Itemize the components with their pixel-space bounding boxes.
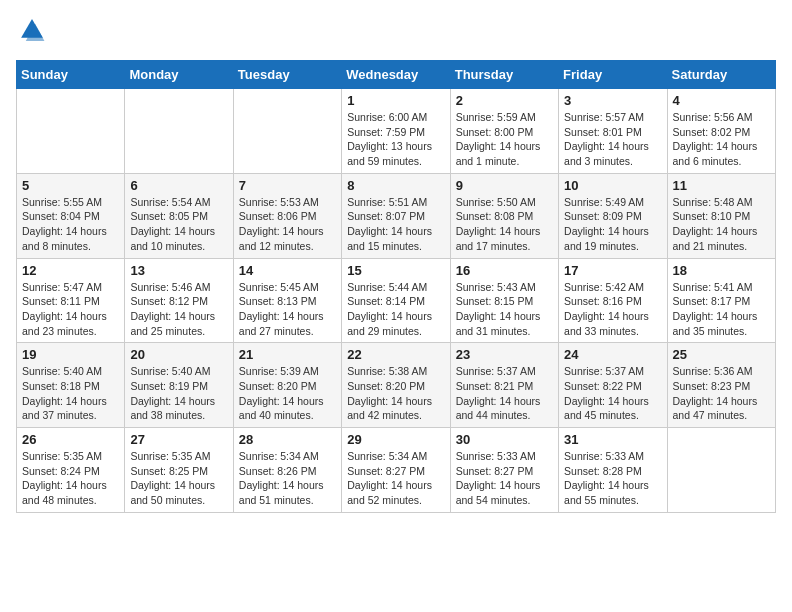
day-info: Sunrise: 5:37 AMSunset: 8:22 PMDaylight:… bbox=[564, 364, 661, 423]
day-number: 26 bbox=[22, 432, 119, 447]
day-number: 9 bbox=[456, 178, 553, 193]
calendar-week-row: 19Sunrise: 5:40 AMSunset: 8:18 PMDayligh… bbox=[17, 343, 776, 428]
day-info: Sunrise: 5:35 AMSunset: 8:25 PMDaylight:… bbox=[130, 449, 227, 508]
day-number: 12 bbox=[22, 263, 119, 278]
calendar-cell: 9Sunrise: 5:50 AMSunset: 8:08 PMDaylight… bbox=[450, 173, 558, 258]
calendar-cell bbox=[233, 89, 341, 174]
calendar-cell: 30Sunrise: 5:33 AMSunset: 8:27 PMDayligh… bbox=[450, 428, 558, 513]
calendar-cell: 20Sunrise: 5:40 AMSunset: 8:19 PMDayligh… bbox=[125, 343, 233, 428]
calendar-cell: 14Sunrise: 5:45 AMSunset: 8:13 PMDayligh… bbox=[233, 258, 341, 343]
day-number: 30 bbox=[456, 432, 553, 447]
day-info: Sunrise: 5:48 AMSunset: 8:10 PMDaylight:… bbox=[673, 195, 770, 254]
day-info: Sunrise: 5:42 AMSunset: 8:16 PMDaylight:… bbox=[564, 280, 661, 339]
calendar-cell: 28Sunrise: 5:34 AMSunset: 8:26 PMDayligh… bbox=[233, 428, 341, 513]
day-info: Sunrise: 5:50 AMSunset: 8:08 PMDaylight:… bbox=[456, 195, 553, 254]
calendar-cell: 25Sunrise: 5:36 AMSunset: 8:23 PMDayligh… bbox=[667, 343, 775, 428]
calendar-week-row: 1Sunrise: 6:00 AMSunset: 7:59 PMDaylight… bbox=[17, 89, 776, 174]
day-info: Sunrise: 5:46 AMSunset: 8:12 PMDaylight:… bbox=[130, 280, 227, 339]
calendar-header-friday: Friday bbox=[559, 61, 667, 89]
day-number: 18 bbox=[673, 263, 770, 278]
day-info: Sunrise: 5:36 AMSunset: 8:23 PMDaylight:… bbox=[673, 364, 770, 423]
calendar-cell: 4Sunrise: 5:56 AMSunset: 8:02 PMDaylight… bbox=[667, 89, 775, 174]
calendar-cell: 8Sunrise: 5:51 AMSunset: 8:07 PMDaylight… bbox=[342, 173, 450, 258]
day-number: 3 bbox=[564, 93, 661, 108]
calendar-table: SundayMondayTuesdayWednesdayThursdayFrid… bbox=[16, 60, 776, 513]
calendar-cell: 10Sunrise: 5:49 AMSunset: 8:09 PMDayligh… bbox=[559, 173, 667, 258]
calendar-cell: 17Sunrise: 5:42 AMSunset: 8:16 PMDayligh… bbox=[559, 258, 667, 343]
day-number: 17 bbox=[564, 263, 661, 278]
calendar-cell: 22Sunrise: 5:38 AMSunset: 8:20 PMDayligh… bbox=[342, 343, 450, 428]
calendar-cell: 19Sunrise: 5:40 AMSunset: 8:18 PMDayligh… bbox=[17, 343, 125, 428]
day-info: Sunrise: 5:37 AMSunset: 8:21 PMDaylight:… bbox=[456, 364, 553, 423]
calendar-cell: 23Sunrise: 5:37 AMSunset: 8:21 PMDayligh… bbox=[450, 343, 558, 428]
calendar-cell: 24Sunrise: 5:37 AMSunset: 8:22 PMDayligh… bbox=[559, 343, 667, 428]
day-number: 20 bbox=[130, 347, 227, 362]
day-info: Sunrise: 5:33 AMSunset: 8:28 PMDaylight:… bbox=[564, 449, 661, 508]
calendar-cell: 2Sunrise: 5:59 AMSunset: 8:00 PMDaylight… bbox=[450, 89, 558, 174]
day-info: Sunrise: 5:45 AMSunset: 8:13 PMDaylight:… bbox=[239, 280, 336, 339]
day-info: Sunrise: 6:00 AMSunset: 7:59 PMDaylight:… bbox=[347, 110, 444, 169]
calendar-cell: 27Sunrise: 5:35 AMSunset: 8:25 PMDayligh… bbox=[125, 428, 233, 513]
day-number: 16 bbox=[456, 263, 553, 278]
day-info: Sunrise: 5:35 AMSunset: 8:24 PMDaylight:… bbox=[22, 449, 119, 508]
day-info: Sunrise: 5:34 AMSunset: 8:27 PMDaylight:… bbox=[347, 449, 444, 508]
day-number: 15 bbox=[347, 263, 444, 278]
day-number: 24 bbox=[564, 347, 661, 362]
day-info: Sunrise: 5:40 AMSunset: 8:19 PMDaylight:… bbox=[130, 364, 227, 423]
calendar-cell: 6Sunrise: 5:54 AMSunset: 8:05 PMDaylight… bbox=[125, 173, 233, 258]
calendar-cell: 21Sunrise: 5:39 AMSunset: 8:20 PMDayligh… bbox=[233, 343, 341, 428]
day-number: 29 bbox=[347, 432, 444, 447]
day-info: Sunrise: 5:56 AMSunset: 8:02 PMDaylight:… bbox=[673, 110, 770, 169]
calendar-cell bbox=[17, 89, 125, 174]
day-info: Sunrise: 5:57 AMSunset: 8:01 PMDaylight:… bbox=[564, 110, 661, 169]
calendar-cell: 16Sunrise: 5:43 AMSunset: 8:15 PMDayligh… bbox=[450, 258, 558, 343]
logo bbox=[16, 16, 48, 48]
calendar-cell: 31Sunrise: 5:33 AMSunset: 8:28 PMDayligh… bbox=[559, 428, 667, 513]
day-number: 10 bbox=[564, 178, 661, 193]
calendar-header-saturday: Saturday bbox=[667, 61, 775, 89]
day-info: Sunrise: 5:51 AMSunset: 8:07 PMDaylight:… bbox=[347, 195, 444, 254]
calendar-cell: 1Sunrise: 6:00 AMSunset: 7:59 PMDaylight… bbox=[342, 89, 450, 174]
calendar-cell: 7Sunrise: 5:53 AMSunset: 8:06 PMDaylight… bbox=[233, 173, 341, 258]
day-info: Sunrise: 5:34 AMSunset: 8:26 PMDaylight:… bbox=[239, 449, 336, 508]
day-number: 21 bbox=[239, 347, 336, 362]
day-info: Sunrise: 5:38 AMSunset: 8:20 PMDaylight:… bbox=[347, 364, 444, 423]
calendar-header-thursday: Thursday bbox=[450, 61, 558, 89]
calendar-week-row: 12Sunrise: 5:47 AMSunset: 8:11 PMDayligh… bbox=[17, 258, 776, 343]
day-info: Sunrise: 5:41 AMSunset: 8:17 PMDaylight:… bbox=[673, 280, 770, 339]
calendar-cell: 18Sunrise: 5:41 AMSunset: 8:17 PMDayligh… bbox=[667, 258, 775, 343]
calendar-cell: 12Sunrise: 5:47 AMSunset: 8:11 PMDayligh… bbox=[17, 258, 125, 343]
logo-icon bbox=[18, 16, 46, 44]
day-info: Sunrise: 5:59 AMSunset: 8:00 PMDaylight:… bbox=[456, 110, 553, 169]
day-number: 13 bbox=[130, 263, 227, 278]
calendar-week-row: 5Sunrise: 5:55 AMSunset: 8:04 PMDaylight… bbox=[17, 173, 776, 258]
calendar-cell: 13Sunrise: 5:46 AMSunset: 8:12 PMDayligh… bbox=[125, 258, 233, 343]
day-number: 25 bbox=[673, 347, 770, 362]
day-info: Sunrise: 5:54 AMSunset: 8:05 PMDaylight:… bbox=[130, 195, 227, 254]
calendar-cell: 15Sunrise: 5:44 AMSunset: 8:14 PMDayligh… bbox=[342, 258, 450, 343]
calendar-week-row: 26Sunrise: 5:35 AMSunset: 8:24 PMDayligh… bbox=[17, 428, 776, 513]
day-number: 1 bbox=[347, 93, 444, 108]
day-info: Sunrise: 5:47 AMSunset: 8:11 PMDaylight:… bbox=[22, 280, 119, 339]
calendar-cell: 11Sunrise: 5:48 AMSunset: 8:10 PMDayligh… bbox=[667, 173, 775, 258]
page-header bbox=[16, 16, 776, 48]
day-number: 7 bbox=[239, 178, 336, 193]
calendar-header-sunday: Sunday bbox=[17, 61, 125, 89]
calendar-cell: 5Sunrise: 5:55 AMSunset: 8:04 PMDaylight… bbox=[17, 173, 125, 258]
day-number: 31 bbox=[564, 432, 661, 447]
day-number: 6 bbox=[130, 178, 227, 193]
calendar-cell bbox=[125, 89, 233, 174]
day-number: 5 bbox=[22, 178, 119, 193]
day-info: Sunrise: 5:44 AMSunset: 8:14 PMDaylight:… bbox=[347, 280, 444, 339]
day-number: 27 bbox=[130, 432, 227, 447]
day-info: Sunrise: 5:40 AMSunset: 8:18 PMDaylight:… bbox=[22, 364, 119, 423]
day-info: Sunrise: 5:39 AMSunset: 8:20 PMDaylight:… bbox=[239, 364, 336, 423]
day-info: Sunrise: 5:43 AMSunset: 8:15 PMDaylight:… bbox=[456, 280, 553, 339]
day-number: 8 bbox=[347, 178, 444, 193]
day-number: 11 bbox=[673, 178, 770, 193]
calendar-cell: 26Sunrise: 5:35 AMSunset: 8:24 PMDayligh… bbox=[17, 428, 125, 513]
day-number: 14 bbox=[239, 263, 336, 278]
calendar-cell bbox=[667, 428, 775, 513]
day-number: 2 bbox=[456, 93, 553, 108]
calendar-header-wednesday: Wednesday bbox=[342, 61, 450, 89]
